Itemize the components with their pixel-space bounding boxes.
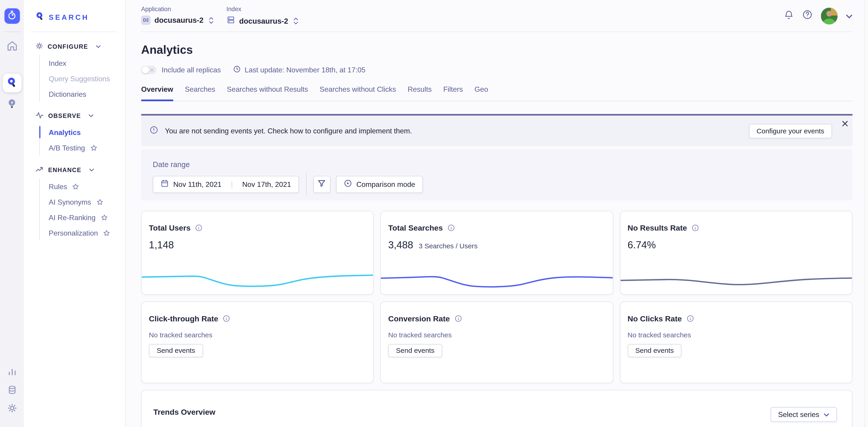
header-actions bbox=[784, 0, 852, 31]
pulse-icon bbox=[35, 111, 44, 120]
section-label: OBSERVE bbox=[48, 112, 81, 119]
application-selector: Application D2 docusaurus-2 bbox=[141, 5, 214, 25]
date-range-picker-button[interactable]: Nov 11th, 2021 | Nov 17th, 2021 bbox=[153, 175, 299, 193]
sidebar-item-dictionaries[interactable]: Dictionaries bbox=[40, 86, 125, 102]
include-replicas-toggle[interactable] bbox=[141, 66, 156, 74]
account-menu-button[interactable] bbox=[846, 11, 852, 21]
sidebar-item-query-suggestions[interactable]: Query Suggestions bbox=[40, 71, 125, 86]
filter-button[interactable] bbox=[313, 175, 330, 193]
sidebar-section-enhance: ENHANCE Rules AI Synonyms bbox=[24, 164, 125, 240]
end-date: Nov 17th, 2021 bbox=[242, 180, 291, 188]
monitoring-nav-button[interactable] bbox=[2, 363, 22, 382]
tab-geo[interactable]: Geo bbox=[474, 82, 488, 101]
item-label: Analytics bbox=[49, 128, 81, 136]
card-value: 6.74% bbox=[628, 239, 656, 251]
index-select-button[interactable]: docusaurus-2 bbox=[226, 15, 298, 27]
card-title: Total Searches bbox=[388, 224, 443, 232]
info-icon[interactable] bbox=[195, 224, 203, 232]
chevron-down-icon bbox=[89, 113, 94, 118]
sidebar-item-ai-re-ranking[interactable]: AI Re-Ranking bbox=[40, 210, 125, 225]
enhance-section-header[interactable]: ENHANCE bbox=[24, 164, 125, 175]
item-label: Dictionaries bbox=[49, 90, 86, 98]
gear-icon bbox=[7, 403, 17, 415]
star-icon[interactable] bbox=[103, 229, 110, 236]
search-logo[interactable]: SEARCH bbox=[35, 11, 89, 23]
card-title: No Clicks Rate bbox=[628, 314, 682, 323]
page-scrollbar[interactable] bbox=[864, 0, 868, 427]
date-range-label: Date range bbox=[153, 161, 190, 169]
data-nav-button[interactable] bbox=[2, 382, 22, 401]
card-status: No tracked searches bbox=[628, 331, 845, 339]
card-value: 3,488 bbox=[388, 239, 413, 251]
help-circle-icon bbox=[802, 9, 813, 22]
conversion-rate-card: Conversion Rate No tracked searches Send… bbox=[380, 301, 613, 383]
icon-rail bbox=[0, 0, 24, 427]
tab-overview[interactable]: Overview bbox=[141, 82, 174, 101]
play-circle-icon bbox=[344, 179, 352, 189]
section-label: CONFIGURE bbox=[48, 43, 88, 50]
total-users-sparkline bbox=[142, 265, 373, 292]
recommend-product-button[interactable] bbox=[2, 95, 22, 114]
banner-close-button[interactable] bbox=[842, 121, 848, 127]
sidebar-item-index[interactable]: Index bbox=[40, 55, 125, 71]
notifications-button[interactable] bbox=[784, 10, 794, 22]
sidebar-item-personalization[interactable]: Personalization bbox=[40, 225, 125, 240]
section-label: ENHANCE bbox=[48, 166, 81, 173]
rail-divider bbox=[4, 31, 20, 32]
send-events-button[interactable]: Send events bbox=[628, 344, 682, 357]
funnel-icon bbox=[317, 179, 326, 189]
trends-overview-card: Trends Overview Select series bbox=[141, 390, 852, 427]
settings-nav-button[interactable] bbox=[2, 400, 22, 419]
sidebar-item-analytics[interactable]: Analytics bbox=[40, 125, 125, 140]
card-subvalue: 3 Searches / Users bbox=[419, 242, 477, 250]
send-events-button[interactable]: Send events bbox=[388, 344, 442, 357]
send-events-button[interactable]: Send events bbox=[149, 344, 203, 357]
sidebar-section-observe: OBSERVE Analytics A/B Testing bbox=[24, 110, 125, 156]
configure-events-button[interactable]: Configure your events bbox=[749, 124, 832, 138]
chevron-down-icon bbox=[846, 11, 852, 21]
star-icon[interactable] bbox=[72, 183, 79, 190]
sidebar-item-ai-synonyms[interactable]: AI Synonyms bbox=[40, 194, 125, 210]
no-results-rate-sparkline bbox=[620, 265, 852, 292]
info-icon[interactable] bbox=[223, 315, 230, 323]
lightbulb-bolt-icon bbox=[7, 98, 17, 111]
info-icon[interactable] bbox=[447, 224, 455, 232]
last-update-text: Last update: November 18th, at 17:05 bbox=[245, 66, 365, 74]
bell-icon bbox=[784, 10, 794, 22]
controls-divider bbox=[306, 172, 306, 196]
sidebar-item-ab-testing[interactable]: A/B Testing bbox=[40, 140, 125, 156]
tab-searches[interactable]: Searches bbox=[185, 82, 215, 101]
application-select-button[interactable]: D2 docusaurus-2 bbox=[141, 15, 214, 25]
banner-message: You are not sending events yet. Check ho… bbox=[165, 127, 412, 135]
item-label: A/B Testing bbox=[49, 143, 85, 152]
tab-filters[interactable]: Filters bbox=[443, 82, 463, 101]
chevron-down-icon bbox=[824, 410, 829, 419]
date-range-controls: Nov 11th, 2021 | Nov 17th, 2021 bbox=[153, 172, 423, 196]
home-nav-button[interactable] bbox=[2, 38, 22, 57]
star-icon[interactable] bbox=[96, 198, 103, 205]
star-icon[interactable] bbox=[90, 144, 97, 151]
info-icon[interactable] bbox=[691, 224, 699, 232]
tab-results[interactable]: Results bbox=[408, 82, 432, 101]
help-button[interactable] bbox=[802, 9, 813, 22]
observe-section-header[interactable]: OBSERVE bbox=[24, 110, 125, 121]
star-icon[interactable] bbox=[100, 214, 108, 221]
comparison-mode-button[interactable]: Comparison mode bbox=[336, 175, 423, 193]
date-separator: | bbox=[231, 180, 233, 188]
user-avatar[interactable] bbox=[821, 7, 837, 24]
tab-searches-without-results[interactable]: Searches without Results bbox=[227, 82, 308, 101]
application-badge: D2 bbox=[141, 15, 151, 25]
chevron-down-icon bbox=[96, 44, 101, 48]
select-series-button[interactable]: Select series bbox=[770, 407, 837, 422]
search-product-button[interactable] bbox=[2, 73, 22, 92]
tab-searches-without-clicks[interactable]: Searches without Clicks bbox=[320, 82, 396, 101]
configure-section-header[interactable]: CONFIGURE bbox=[24, 41, 125, 52]
search-magnifier-icon bbox=[6, 76, 18, 90]
info-icon[interactable] bbox=[454, 315, 462, 323]
sidebar-item-rules[interactable]: Rules bbox=[40, 179, 125, 194]
info-icon[interactable] bbox=[686, 315, 694, 323]
total-searches-card: Total Searches 3,488 3 Searches / Users bbox=[380, 211, 613, 295]
app-switcher-button[interactable] bbox=[4, 8, 20, 24]
card-title: No Results Rate bbox=[628, 224, 687, 232]
clock-icon bbox=[233, 65, 241, 75]
